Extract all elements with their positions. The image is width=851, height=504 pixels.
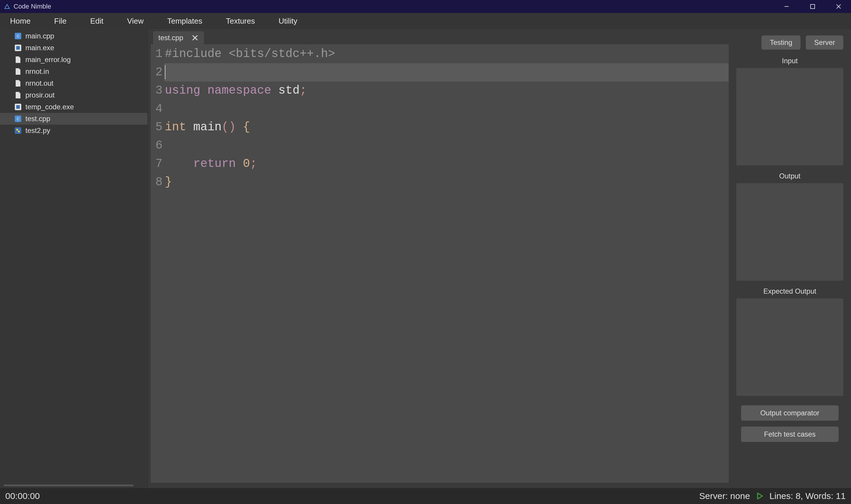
- input-label: Input: [736, 57, 843, 65]
- app-icon: [3, 3, 11, 10]
- editor-pane: test.cpp 12345678 #include <bits/stdc++.…: [148, 29, 734, 488]
- exe-file-icon: [14, 103, 22, 111]
- file-row[interactable]: Cmain.cpp: [0, 30, 147, 42]
- svg-point-14: [18, 130, 20, 132]
- file-name: main_error.log: [25, 56, 71, 64]
- server-button[interactable]: Server: [806, 35, 843, 50]
- line-number: 6: [151, 137, 163, 155]
- output-box[interactable]: [736, 183, 843, 281]
- tab-strip: test.cpp: [151, 29, 729, 44]
- timer: 00:00:00: [5, 491, 40, 501]
- file-row[interactable]: temp_code.exe: [0, 101, 147, 113]
- run-icon[interactable]: [756, 492, 763, 500]
- file-file-icon: [14, 68, 22, 75]
- code-line[interactable]: [164, 63, 729, 82]
- menu-file[interactable]: File: [51, 15, 70, 28]
- code-line[interactable]: return 0;: [164, 155, 729, 173]
- titlebar: Code Nimble: [0, 0, 851, 13]
- close-icon[interactable]: [192, 34, 199, 41]
- menu-edit[interactable]: Edit: [87, 15, 107, 28]
- exe-file-icon: [14, 44, 22, 52]
- input-box[interactable]: [736, 68, 843, 165]
- file-file-icon: [14, 79, 22, 87]
- line-number: 8: [151, 173, 163, 192]
- window-maximize-button[interactable]: [807, 1, 818, 13]
- file-name: nrnot.out: [25, 79, 53, 87]
- code-line[interactable]: }: [164, 173, 729, 192]
- svg-rect-1: [811, 4, 815, 8]
- file-file-icon: [14, 56, 22, 64]
- file-row[interactable]: prosir.out: [0, 89, 147, 101]
- line-number: 1: [151, 45, 163, 63]
- output-comparator-button[interactable]: Output comparator: [741, 405, 838, 421]
- file-row[interactable]: Ctest.cpp: [0, 113, 147, 125]
- svg-point-13: [16, 129, 18, 130]
- svg-rect-7: [16, 46, 20, 50]
- expected-output-label: Expected Output: [736, 287, 843, 295]
- line-number: 4: [151, 100, 163, 118]
- code-line[interactable]: [164, 137, 729, 155]
- file-file-icon: [14, 91, 22, 99]
- code-editor[interactable]: 12345678 #include <bits/stdc++.h>using n…: [151, 44, 729, 483]
- text-cursor: [165, 65, 165, 79]
- file-row[interactable]: main_error.log: [0, 54, 147, 66]
- file-row[interactable]: test2.py: [0, 125, 147, 137]
- line-number: 5: [151, 118, 163, 137]
- fetch-test-cases-button[interactable]: Fetch test cases: [741, 427, 838, 442]
- lines-words-status: Lines: 8, Words: 11: [769, 491, 846, 501]
- app-title: Code Nimble: [14, 3, 51, 10]
- code-line[interactable]: #include <bits/stdc++.h>: [164, 45, 729, 63]
- file-row[interactable]: nrnot.in: [0, 66, 147, 77]
- statusbar: 00:00:00 Server: none Lines: 8, Words: 1…: [0, 488, 851, 504]
- file-name: test2.py: [25, 126, 50, 135]
- right-panel: Testing Server Input Output Expected Out…: [734, 29, 851, 488]
- line-number: 2: [151, 63, 163, 82]
- svg-rect-9: [16, 105, 20, 109]
- menu-view[interactable]: View: [124, 15, 147, 28]
- file-name: main.cpp: [25, 32, 54, 40]
- code-line[interactable]: int main() {: [164, 118, 729, 137]
- window-minimize-button[interactable]: [781, 1, 793, 13]
- file-explorer: Cmain.cppmain.exemain_error.lognrnot.inn…: [0, 29, 148, 488]
- output-label: Output: [736, 172, 843, 180]
- line-number: 7: [151, 155, 163, 173]
- menubar: Home File Edit View Templates Textures U…: [0, 13, 851, 29]
- code-line[interactable]: using namespace std;: [164, 82, 729, 100]
- code-line[interactable]: [164, 100, 729, 118]
- svg-text:C: C: [17, 34, 19, 38]
- file-name: prosir.out: [25, 91, 55, 99]
- file-name: test.cpp: [25, 115, 50, 123]
- sidebar-scrollbar[interactable]: [3, 485, 133, 486]
- file-row[interactable]: nrnot.out: [0, 77, 147, 89]
- menu-templates[interactable]: Templates: [164, 15, 206, 28]
- cpp-file-icon: C: [14, 115, 22, 123]
- line-number-gutter: 12345678: [151, 44, 164, 483]
- file-name: nrnot.in: [25, 67, 49, 76]
- menu-home[interactable]: Home: [6, 15, 34, 28]
- file-row[interactable]: main.exe: [0, 42, 147, 54]
- file-name: temp_code.exe: [25, 103, 74, 111]
- cpp-file-icon: C: [14, 32, 22, 40]
- line-number: 3: [151, 82, 163, 100]
- expected-output-box[interactable]: [736, 299, 843, 396]
- testing-button[interactable]: Testing: [761, 35, 800, 50]
- window-close-button[interactable]: [833, 1, 845, 13]
- py-file-icon: [14, 127, 22, 134]
- tab-test-cpp[interactable]: test.cpp: [153, 31, 204, 44]
- menu-textures[interactable]: Textures: [222, 15, 258, 28]
- menu-utility[interactable]: Utility: [275, 15, 301, 28]
- tab-label: test.cpp: [158, 34, 183, 42]
- file-name: main.exe: [25, 44, 54, 52]
- svg-rect-12: [15, 127, 21, 134]
- server-status: Server: none: [699, 491, 750, 501]
- svg-text:C: C: [17, 117, 19, 121]
